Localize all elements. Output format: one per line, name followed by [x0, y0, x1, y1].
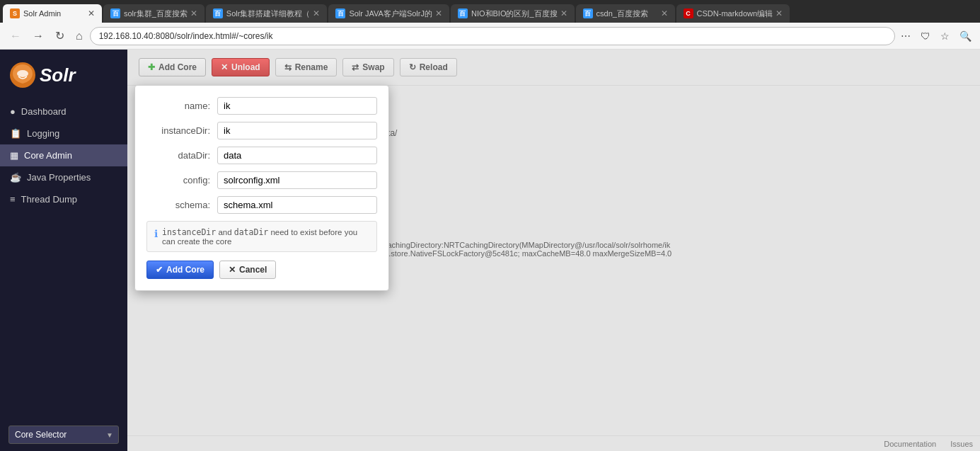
form-row-config: config:: [146, 171, 377, 189]
tab-favicon-5: 百: [458, 8, 468, 18]
tab-favicon-4: 百: [335, 8, 345, 18]
tab-close-4[interactable]: ✕: [435, 8, 442, 18]
browser-tab-3[interactable]: 百 Solr集群搭建详细教程（ ✕: [206, 4, 328, 23]
form-label-instance-dir: instanceDir:: [146, 125, 217, 136]
data-dir-input[interactable]: [217, 147, 377, 164]
tab-close-2[interactable]: ✕: [190, 8, 197, 18]
x-icon-cancel: ✕: [229, 265, 236, 275]
sidebar-logo: Solr: [0, 50, 127, 101]
tab-title-1: Solr Admin: [23, 9, 85, 18]
tab-title-4: Solr JAVA客户端SolrJ的: [349, 8, 432, 19]
name-input[interactable]: [217, 97, 377, 115]
add-core-dialog: name: instanceDir: dataDir: config: sche…: [134, 85, 389, 291]
sidebar-item-label-dashboard: Dashboard: [21, 106, 67, 117]
shield-icon[interactable]: 🛡: [918, 28, 933, 45]
info-text-and: and: [218, 228, 234, 236]
browser-tab-4[interactable]: 百 Solr JAVA客户端SolrJ的 ✕: [328, 4, 449, 23]
sidebar-item-label-thread: Thread Dump: [21, 194, 77, 205]
tab-close-6[interactable]: ✕: [661, 8, 668, 18]
browser-icons: ⋯ 🛡 ☆ 🔍: [898, 28, 974, 45]
info-icon: ℹ: [154, 228, 158, 239]
form-row-data-dir: dataDir:: [146, 147, 377, 164]
form-label-schema: schema:: [146, 200, 217, 210]
main-content: ✚ Add Core ✕ Unload ⇆ Rename ⇄ Swap ↻ Re…: [127, 50, 980, 451]
star-icon[interactable]: ☆: [938, 28, 952, 45]
form-row-instance-dir: instanceDir:: [146, 122, 377, 139]
browser-tab-7[interactable]: C CSDN-markdown编辑 ✕: [676, 4, 790, 23]
form-label-config: config:: [146, 175, 217, 185]
core-selector-container: Core Selector ▼: [0, 418, 127, 451]
forward-button[interactable]: →: [28, 27, 48, 45]
tab-close-5[interactable]: ✕: [560, 8, 567, 18]
checkmark-icon: ✔: [156, 265, 163, 275]
browser-tabs: S Solr Admin ✕ 百 solr集群_百度搜索 ✕ 百 Solr集群搭…: [0, 0, 980, 23]
tab-title-2: solr集群_百度搜索: [124, 8, 188, 19]
tab-close-3[interactable]: ✕: [313, 8, 320, 18]
solr-logo-svg: [8, 61, 37, 89]
core-admin-icon: ▦: [10, 150, 18, 161]
tab-favicon-6: 百: [583, 8, 593, 18]
sidebar-item-core-admin[interactable]: ▦ Core Admin: [0, 144, 127, 166]
info-box: ℹ instanceDir and dataDir need to exist …: [146, 221, 377, 252]
sidebar-item-logging[interactable]: 📋 Logging: [0, 122, 127, 144]
form-row-schema: schema:: [146, 196, 377, 214]
tab-close-7[interactable]: ✕: [776, 8, 783, 18]
instance-dir-input[interactable]: [217, 122, 377, 139]
browser-tab-6[interactable]: 百 csdn_百度搜索 ✕: [576, 4, 675, 23]
core-selector[interactable]: Core Selector: [8, 426, 119, 444]
modal-actions: ✔ Add Core ✕ Cancel: [146, 261, 377, 279]
cancel-button[interactable]: ✕ Cancel: [219, 261, 276, 279]
address-bar[interactable]: [90, 27, 895, 45]
sidebar-nav: ● Dashboard 📋 Logging ▦ Core Admin ☕ Jav…: [0, 101, 127, 418]
confirm-add-core-button[interactable]: ✔ Add Core: [146, 261, 214, 279]
sidebar-item-label-java: Java Properties: [27, 172, 91, 183]
browser-chrome: S Solr Admin ✕ 百 solr集群_百度搜索 ✕ 百 Solr集群搭…: [0, 0, 980, 50]
info-text: instanceDir and dataDir need to exist be…: [162, 227, 369, 246]
tab-title-7: CSDN-markdown编辑: [697, 8, 773, 19]
logging-icon: 📋: [10, 128, 21, 139]
form-label-data-dir: dataDir:: [146, 150, 217, 161]
schema-input[interactable]: [217, 196, 377, 214]
browser-toolbar: ← → ↻ ⌂ ⋯ 🛡 ☆ 🔍: [0, 23, 980, 50]
form-label-name: name:: [146, 101, 217, 111]
app-layout: Solr ● Dashboard 📋 Logging ▦ Core Admin …: [0, 50, 980, 451]
browser-tab-1[interactable]: S Solr Admin ✕: [3, 4, 102, 23]
sidebar-item-thread-dump[interactable]: ≡ Thread Dump: [0, 188, 127, 210]
tab-title-3: Solr集群搭建详细教程（: [226, 8, 311, 19]
sidebar-item-label-logging: Logging: [27, 128, 59, 139]
sidebar-item-java-properties[interactable]: ☕ Java Properties: [0, 166, 127, 188]
tab-favicon-7: C: [684, 8, 693, 18]
config-input[interactable]: [217, 171, 377, 189]
search-icon[interactable]: 🔍: [957, 28, 974, 45]
info-text-code1: instanceDir: [162, 227, 216, 237]
tab-favicon-2: 百: [110, 8, 120, 18]
info-text-code2: dataDir: [234, 227, 268, 237]
reload-button[interactable]: ↻: [51, 26, 69, 45]
add-core-confirm-label: Add Core: [166, 265, 204, 275]
thread-dump-icon: ≡: [10, 194, 16, 205]
solr-logo-text: Solr: [40, 64, 76, 86]
sidebar-item-label-core-admin: Core Admin: [24, 150, 72, 161]
modal-overlay: name: instanceDir: dataDir: config: sche…: [127, 50, 980, 451]
back-button[interactable]: ←: [6, 27, 25, 45]
browser-tab-5[interactable]: 百 NIO和BIO的区别_百度搜 ✕: [451, 4, 575, 23]
tab-title-5: NIO和BIO的区别_百度搜: [471, 8, 558, 19]
tab-favicon-1: S: [10, 8, 20, 18]
svg-point-1: [17, 70, 28, 77]
sidebar: Solr ● Dashboard 📋 Logging ▦ Core Admin …: [0, 50, 127, 451]
tab-close-1[interactable]: ✕: [88, 8, 95, 18]
core-selector-wrapper: Core Selector ▼: [8, 426, 119, 444]
dashboard-icon: ●: [10, 106, 16, 117]
tab-favicon-3: 百: [213, 8, 223, 18]
sidebar-item-dashboard[interactable]: ● Dashboard: [0, 101, 127, 122]
browser-tab-2[interactable]: 百 solr集群_百度搜索 ✕: [103, 4, 204, 23]
home-button[interactable]: ⌂: [71, 27, 87, 45]
form-row-name: name:: [146, 97, 377, 115]
cancel-label: Cancel: [239, 265, 267, 275]
java-properties-icon: ☕: [10, 172, 21, 183]
more-icon[interactable]: ⋯: [898, 28, 913, 45]
tab-title-6: csdn_百度搜索: [596, 8, 658, 19]
